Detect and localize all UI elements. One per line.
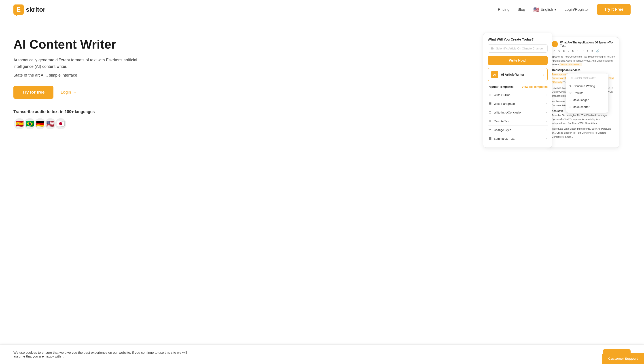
nav-blog[interactable]: Blog <box>518 8 525 12</box>
rewrite-icon: ↺ <box>569 91 572 95</box>
template-change-style[interactable]: ✏Change Style › <box>488 126 548 134</box>
make-shorter-label: Make shorter <box>573 105 590 109</box>
ai-article-writer-box[interactable]: AI AI Article Writer › <box>488 68 548 81</box>
make-longer-icon: ↕ <box>569 98 571 102</box>
continue-writing-option[interactable]: ✎ Continue Writing <box>566 83 608 90</box>
bold-button[interactable]: B <box>562 49 566 53</box>
rewrite-option[interactable]: ↺ Rewrite <box>566 90 608 96</box>
right-panel: ☰ What Are The Applications Of Speech-To… <box>548 37 620 148</box>
demo-area: What Will You Create Today? Ex. Scientif… <box>483 33 630 148</box>
left-panel: What Will You Create Today? Ex. Scientif… <box>483 33 552 148</box>
create-input[interactable]: Ex. Scientific Article On Climate Change <box>488 44 548 53</box>
chevron-right-icon: › <box>546 128 547 131</box>
link-button[interactable]: 🔗 <box>595 49 600 53</box>
template-summarize-text[interactable]: ☰Summarize Text › <box>488 134 548 143</box>
hero-section: AI Content Writer Automatically generate… <box>14 33 474 130</box>
underline-button[interactable]: U <box>571 49 575 53</box>
chevron-right-icon: › <box>546 93 547 96</box>
continue-writing-label: Continue Writing <box>574 84 595 88</box>
hero-buttons: Try for free Login → <box>14 86 474 99</box>
assistive-section-text: Assistive Technologies For The Disabled … <box>552 113 616 125</box>
chevron-right-icon: › <box>546 120 547 123</box>
make-longer-option[interactable]: ↕ Make longer <box>566 96 608 103</box>
template-write-intro-conclusion[interactable]: ⊙Write Intro/Conclusion › <box>488 108 548 117</box>
arrow-right-icon: → <box>73 90 77 95</box>
make-shorter-option[interactable]: ↕ Make shorter <box>566 103 608 110</box>
login-button[interactable]: Login → <box>60 90 77 95</box>
templates-list: ⊙Write Outline › ☰Write Paragraph › ⊙Wri… <box>488 91 548 143</box>
language-label: English <box>541 8 553 12</box>
ai-dropdown: Tell Eskritor what to do? ✎ Continue Wri… <box>566 73 608 113</box>
align-center-button[interactable]: ≡ <box>590 49 594 53</box>
nav-login-register[interactable]: Login/Register <box>564 8 589 12</box>
right-panel-title-text: What Are The Applications Of Speech-To-T… <box>560 41 616 47</box>
write-paragraph-icon: ☰ <box>488 102 492 106</box>
flags-row: 🇪🇸 🇧🇷 🇩🇪 🇺🇸 🇯🇵 <box>14 118 474 130</box>
rewrite-label: Rewrite <box>574 91 584 95</box>
chevron-down-icon: ▾ <box>554 7 556 12</box>
chevron-right-icon: › <box>543 73 544 77</box>
ai-article-label: AI Article Writer <box>501 73 524 76</box>
nav: Pricing Blog 🇺🇸 English ▾ Login/Register… <box>498 4 630 15</box>
list-ordered-button[interactable]: 1. <box>576 49 580 53</box>
write-now-button[interactable]: Write Now! <box>488 56 548 65</box>
italic-button[interactable]: I <box>568 49 570 53</box>
hero-title: AI Content Writer <box>14 37 474 52</box>
view-all-templates-link[interactable]: View All Templates <box>522 85 548 88</box>
redo-button[interactable]: ↪ <box>557 49 561 53</box>
menu-icon: ☰ <box>552 41 558 47</box>
template-rewrite-text[interactable]: ✏Rewrite Text › <box>488 117 548 126</box>
transcription-section-title: Transcription Services <box>552 69 616 72</box>
left-panel-title: What Will You Create Today? <box>488 37 548 41</box>
chevron-right-icon: › <box>546 111 547 114</box>
ai-dropdown-header: Tell Eskritor what to do? <box>566 76 608 81</box>
continue-writing-icon: ✎ <box>569 84 572 88</box>
transcribe-text: Transcribe audio to text in 100+ languag… <box>14 109 474 114</box>
template-write-paragraph[interactable]: ☰Write Paragraph › <box>488 99 548 108</box>
rewrite-text-icon: ✏ <box>488 119 492 123</box>
flag-japan: 🇯🇵 <box>54 118 67 130</box>
change-style-icon: ✏ <box>488 128 492 132</box>
us-flag-icon: 🇺🇸 <box>533 7 539 13</box>
try-it-free-button[interactable]: Try It Free <box>597 4 630 15</box>
editor-toolbar: ↩ ↪ B I U 1. • ≡ ≡ 🔗 <box>552 49 616 53</box>
templates-header: Popular Templates View All Templates <box>488 85 548 88</box>
logo-text: skritor <box>26 6 46 13</box>
logo[interactable]: E skritor <box>14 5 46 15</box>
main: AI Content Writer Automatically generate… <box>0 19 644 161</box>
chevron-right-icon: › <box>546 102 547 105</box>
make-shorter-icon: ↕ <box>569 105 571 109</box>
ai-article-icon: AI <box>491 71 498 78</box>
hero-description: Automatically generate different formats… <box>14 57 139 70</box>
assistive-extra: Individuals With Motor Impairments, Such… <box>552 127 616 139</box>
logo-icon: E <box>14 5 24 15</box>
template-write-outline[interactable]: ⊙Write Outline › <box>488 91 548 99</box>
templates-title: Popular Templates <box>488 85 514 88</box>
write-intro-icon: ⊙ <box>488 110 492 114</box>
align-left-button[interactable]: ≡ <box>586 49 589 53</box>
write-outline-icon: ⊙ <box>488 93 492 97</box>
right-panel-title: ☰ What Are The Applications Of Speech-To… <box>552 41 616 47</box>
summarize-icon: ☰ <box>488 136 492 141</box>
chevron-right-icon: › <box>546 137 547 140</box>
header: E skritor Pricing Blog 🇺🇸 English ▾ Logi… <box>0 0 644 19</box>
right-panel-intro: Speech-To-Text Conversion Has Become Int… <box>552 55 616 67</box>
make-longer-label: Make longer <box>573 98 589 102</box>
nav-language[interactable]: 🇺🇸 English ▾ <box>533 7 556 13</box>
hero-subtitle: State of the art A.I., simple interface <box>14 73 474 78</box>
nav-pricing[interactable]: Pricing <box>498 8 510 12</box>
list-unordered-button[interactable]: • <box>582 49 584 53</box>
try-for-free-button[interactable]: Try for free <box>14 86 54 99</box>
